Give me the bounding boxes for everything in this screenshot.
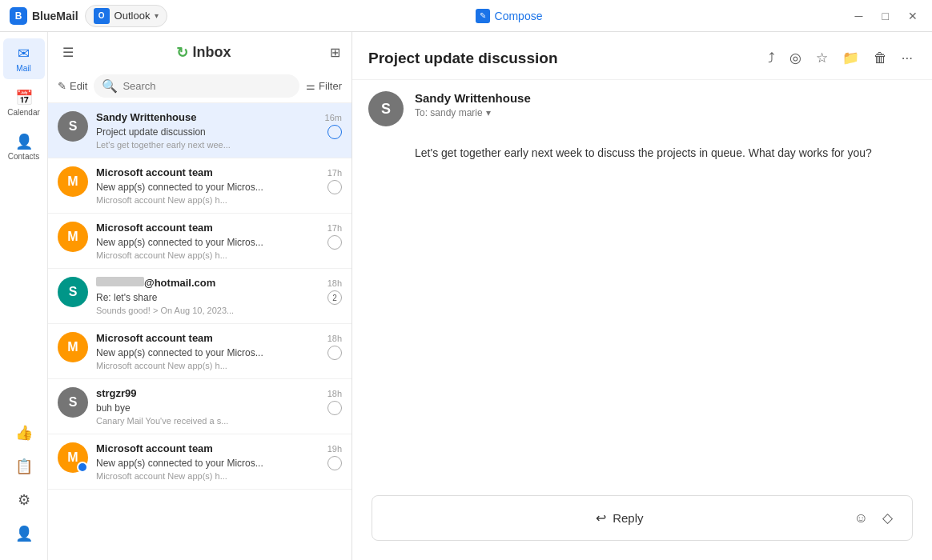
email-sender: @hotmail.com [96, 277, 215, 289]
hamburger-button[interactable]: ☰ [59, 42, 77, 63]
email-detail-panel: Project update discussion ⤴ ◎ ☆ 📁 🗑 ··· … [352, 32, 932, 560]
avatar: S [58, 277, 88, 307]
smiley-icon[interactable]: ☺ [851, 507, 871, 530]
ai-icon[interactable]: ◇ [879, 506, 896, 530]
close-button[interactable]: ✕ [903, 8, 922, 24]
email-time: 19h [327, 444, 342, 454]
target-icon[interactable]: ◎ [786, 46, 805, 70]
email-preview: Let's get together early next wee... [96, 140, 342, 150]
minimize-button[interactable]: ─ [850, 8, 868, 24]
reply-bar: ↩ Reply ☺ ◇ [372, 495, 913, 541]
email-time: 17h [327, 168, 342, 178]
search-input[interactable] [123, 80, 291, 92]
chevron-down-icon: ▾ [155, 11, 159, 20]
email-content: @hotmail.com 18h Re: let's share 2 Sound… [96, 277, 342, 315]
email-content: Sandy Writtenhouse 16m Project update di… [96, 111, 342, 150]
email-subject: Project update discussion [96, 126, 206, 138]
email-subject: New app(s) connected to your Micros... [96, 347, 263, 358]
email-preview: Microsoft account New app(s) h... [96, 250, 342, 260]
app-logo: B BlueMail [10, 7, 78, 25]
list-item[interactable]: S Sandy Writtenhouse 16m Project update … [48, 103, 352, 158]
sidebar-item-contacts[interactable]: 👤 Contacts [3, 126, 45, 167]
compose-button[interactable]: ✎ Compose [468, 6, 551, 26]
like-icon[interactable]: 👍 [10, 419, 38, 446]
email-subject: New app(s) connected to your Micros... [96, 237, 263, 248]
refresh-icon: ↻ [176, 44, 188, 62]
email-body: Let's get together early next week to di… [352, 138, 932, 482]
filter-button[interactable]: ⚌ Filter [306, 80, 342, 92]
edit-button[interactable]: ✎ Edit [58, 80, 87, 92]
reply-button[interactable]: ↩ Reply [580, 506, 659, 530]
star-icon[interactable]: ☆ [813, 46, 831, 70]
email-time: 18h [327, 389, 342, 398]
main-area: ✉ Mail 📅 Calendar 👤 Contacts 👍 📋 ⚙ 👤 ☰ ↻ [0, 32, 932, 560]
detail-actions: ⤴ ◎ ☆ 📁 🗑 ··· [765, 46, 916, 70]
email-time: 18h [327, 334, 342, 343]
chevron-down-icon: ▾ [486, 107, 491, 118]
email-sender: Microsoft account team [96, 442, 213, 454]
email-badge [327, 456, 342, 470]
search-box[interactable]: 🔍 [94, 74, 299, 98]
maximize-button[interactable]: □ [878, 8, 894, 24]
email-preview: Microsoft account New app(s) h... [96, 195, 342, 205]
sidebar-item-calendar[interactable]: 📅 Calendar [3, 82, 45, 123]
mail-label: Mail [16, 64, 30, 73]
detail-header: Project update discussion ⤴ ◎ ☆ 📁 🗑 ··· [352, 32, 932, 80]
notes-icon[interactable]: 📋 [10, 453, 38, 480]
list-item[interactable]: S strgzr99 18h buh bye Canary Mail You'v… [48, 379, 352, 434]
list-item[interactable]: M Microsoft account team 19h New app(s) … [48, 434, 352, 490]
avatar: S [58, 111, 88, 142]
share-icon[interactable]: ⤴ [765, 47, 778, 70]
avatar: M [58, 332, 88, 362]
inbox-title: ↻ Inbox [176, 44, 231, 62]
compose-label: Compose [495, 10, 543, 22]
window-controls: ─ □ ✕ [850, 8, 922, 24]
edit-icon: ✎ [58, 80, 66, 92]
filter-label: Filter [319, 80, 342, 92]
email-content: Microsoft account team 18h New app(s) co… [96, 332, 342, 370]
email-sender: Sandy Writtenhouse [96, 111, 196, 123]
email-list: S Sandy Writtenhouse 16m Project update … [48, 103, 352, 560]
account-icon: O [94, 8, 110, 24]
email-content: Microsoft account team 17h New app(s) co… [96, 222, 342, 260]
email-toolbar: ✎ Edit 🔍 ⚌ Filter [48, 70, 352, 103]
trash-icon[interactable]: 🗑 [870, 47, 890, 70]
list-item[interactable]: M Microsoft account team 17h New app(s) … [48, 158, 352, 214]
email-body-text: Let's get together early next week to di… [415, 144, 916, 162]
email-list-header: ☰ ↻ Inbox ⊞ [48, 32, 352, 70]
email-badge: 2 [327, 290, 342, 305]
email-badge [327, 235, 342, 250]
sender-to-text: To: sandy marie [415, 107, 483, 118]
more-icon[interactable]: ··· [898, 47, 916, 70]
email-preview: Microsoft account New app(s) h... [96, 471, 342, 481]
email-preview: Canary Mail You've received a s... [96, 416, 342, 426]
sidebar-item-mail[interactable]: ✉ Mail [3, 38, 45, 79]
reply-icon: ↩ [596, 510, 606, 526]
contacts-label: Contacts [8, 152, 39, 161]
reply-label: Reply [613, 511, 643, 525]
email-subject: New app(s) connected to your Micros... [96, 182, 263, 193]
search-icon: 🔍 [102, 78, 118, 94]
profile-icon[interactable]: 👤 [10, 520, 38, 547]
titlebar: B BlueMail O Outlook ▾ ✎ Compose ─ □ ✕ [0, 0, 932, 32]
email-sender: Microsoft account team [96, 166, 213, 178]
reply-area: ↩ Reply ☺ ◇ [352, 482, 932, 560]
archive-icon[interactable]: 📁 [839, 46, 862, 70]
filter-icon: ⚌ [306, 80, 315, 92]
email-sender: strgzr99 [96, 387, 137, 399]
list-item[interactable]: M Microsoft account team 18h New app(s) … [48, 324, 352, 379]
sender-name: Sandy Writtenhouse [415, 91, 531, 105]
settings-icon[interactable]: ⚙ [13, 486, 35, 514]
avatar: M [58, 222, 88, 252]
email-badge [327, 346, 342, 360]
sender-info: Sandy Writtenhouse To: sandy marie ▾ [415, 91, 531, 118]
account-pill[interactable]: O Outlook ▾ [85, 5, 168, 27]
detail-subject: Project update discussion [368, 50, 558, 67]
mail-icon: ✉ [18, 45, 30, 62]
account-name: Outlook [114, 10, 151, 22]
email-time: 17h [327, 223, 342, 233]
list-item[interactable]: M Microsoft account team 17h New app(s) … [48, 214, 352, 269]
list-item[interactable]: S @hotmail.com 18h Re: let's share 2 Sou… [48, 269, 352, 324]
sender-to[interactable]: To: sandy marie ▾ [415, 107, 531, 118]
layout-button[interactable]: ⊞ [330, 45, 340, 60]
